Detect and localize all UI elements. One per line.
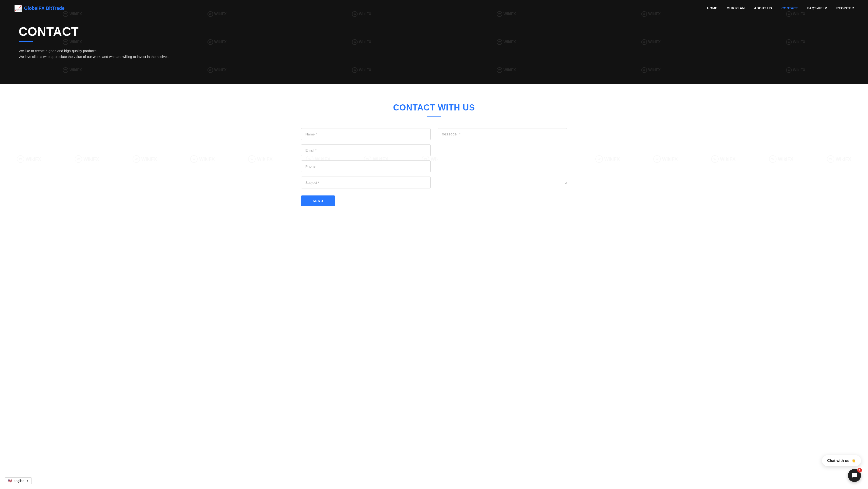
hero-underline — [19, 41, 33, 42]
hero-desc-line1: We like to create a good and high-qualit… — [19, 48, 849, 54]
email-input[interactable] — [301, 144, 431, 156]
heading-underline — [427, 116, 441, 117]
logo-text: GlobalFX BitTrade — [24, 6, 64, 11]
name-input[interactable] — [301, 128, 431, 140]
contact-section: WWikiFX WWikiFX WWikiFX WWikiFX WWikiFX … — [0, 84, 868, 234]
navbar: 📈 GlobalFX BitTrade HOME OUR PLAN ABOUT … — [0, 0, 868, 16]
contact-heading: CONTACT WITH US — [14, 103, 854, 117]
logo[interactable]: 📈 GlobalFX BitTrade — [14, 4, 64, 12]
contact-form — [301, 128, 567, 189]
hero-title: CONTACT — [19, 25, 849, 38]
form-left-column — [301, 128, 431, 189]
nav-our-plan[interactable]: OUR PLAN — [727, 6, 745, 10]
contact-heading-text: CONTACT WITH US — [14, 103, 854, 113]
nav-about-us[interactable]: ABOUT US — [754, 6, 772, 10]
nav-links: HOME OUR PLAN ABOUT US CONTACT FAQS-HELP… — [707, 6, 854, 10]
phone-input[interactable] — [301, 161, 431, 172]
form-right-column — [438, 128, 567, 189]
send-button[interactable]: SEND — [301, 196, 335, 206]
hero-desc-line2: We love clients who appreciate the value… — [19, 54, 849, 60]
nav-contact[interactable]: CONTACT — [781, 6, 798, 10]
logo-icon: 📈 — [14, 4, 22, 12]
subject-input[interactable] — [301, 176, 431, 189]
nav-home[interactable]: HOME — [707, 6, 717, 10]
nav-faqs[interactable]: FAQS-HELP — [807, 6, 827, 10]
nav-register[interactable]: REGISTER — [836, 6, 854, 10]
message-textarea[interactable] — [438, 128, 567, 184]
